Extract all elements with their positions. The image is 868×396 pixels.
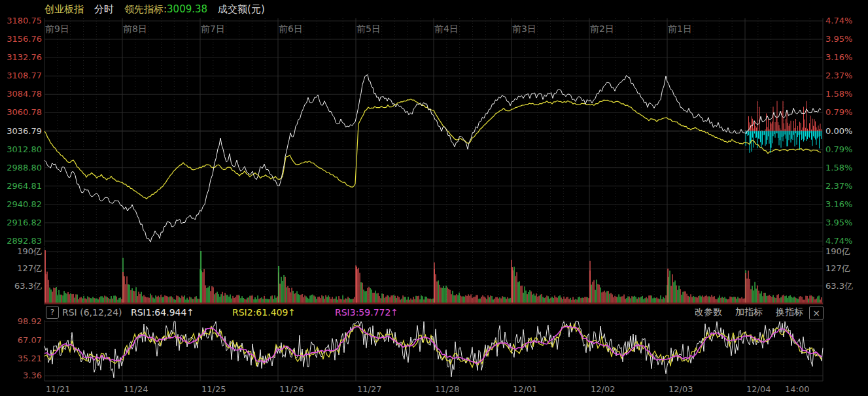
rsi-toolbar: 改参数加指标换指标 bbox=[695, 306, 803, 318]
time-label: 12/03 bbox=[668, 384, 693, 394]
time-label: 12/02 bbox=[591, 384, 615, 394]
rsi3-value: RSI3:59.772↑ bbox=[335, 306, 398, 318]
close-icon: × bbox=[812, 308, 820, 318]
time-label: 12/01 bbox=[513, 384, 537, 394]
axis-label: 3084.78 bbox=[0, 89, 42, 99]
rsi-canvas[interactable] bbox=[44, 320, 823, 381]
axis-label: 2916.82 bbox=[0, 218, 42, 228]
leading-indicator: 领先指标:3009.38 bbox=[124, 3, 207, 16]
time-label: 11/28 bbox=[435, 384, 459, 394]
axis-label: 3180.75 bbox=[0, 16, 42, 26]
time-label: 14:00 bbox=[785, 384, 809, 394]
leading-indicator-value: 3009.38 bbox=[167, 3, 207, 15]
leading-indicator-label: 领先指标: bbox=[124, 3, 167, 15]
time-label: 11/26 bbox=[279, 384, 304, 394]
time-label: 11/24 bbox=[124, 384, 148, 394]
title-bar: 创业板指 分时 领先指标:3009.38 成交额(元) bbox=[44, 3, 265, 16]
axis-label: 2892.83 bbox=[0, 236, 42, 246]
axis-label: 3012.80 bbox=[0, 144, 42, 155]
axis-label: 63.3亿 bbox=[825, 281, 853, 291]
axis-label: 0.79% bbox=[825, 107, 852, 118]
axis-label: 2940.82 bbox=[0, 199, 42, 210]
rsi1-value: RSI1:64.944↑ bbox=[131, 306, 194, 318]
axis-label: 190亿 bbox=[0, 246, 42, 257]
axis-label: 3156.76 bbox=[0, 34, 42, 44]
axis-label: 3.95% bbox=[825, 218, 852, 228]
main-chart-canvas[interactable] bbox=[44, 18, 823, 246]
axis-label: 63.3亿 bbox=[0, 281, 42, 291]
axis-label: 3.95% bbox=[825, 34, 852, 44]
axis-label: 4.74% bbox=[825, 236, 852, 246]
axis-label: 2.37% bbox=[825, 181, 852, 191]
axis-label: 3108.77 bbox=[0, 71, 42, 81]
axis-label: 4.74% bbox=[825, 16, 852, 26]
axis-label: 2988.80 bbox=[0, 163, 42, 173]
period-tab[interactable]: 分时 bbox=[94, 3, 114, 16]
axis-label: 0.79% bbox=[825, 144, 852, 155]
axis-label: 1.58% bbox=[825, 89, 852, 99]
time-label: 11/25 bbox=[201, 384, 226, 394]
axis-label: 3132.76 bbox=[0, 52, 42, 63]
volume-canvas[interactable] bbox=[44, 247, 823, 305]
symbol-name: 创业板指 bbox=[44, 3, 84, 16]
axis-label: 190亿 bbox=[825, 246, 850, 257]
axis-label: 35.21 bbox=[0, 354, 42, 364]
axis-label: 3.16% bbox=[825, 199, 852, 210]
axis-label: 127亿 bbox=[0, 263, 42, 274]
rsi-add-indicator-button[interactable]: 加指标 bbox=[735, 306, 763, 318]
axis-label: 1.58% bbox=[825, 163, 852, 173]
axis-label: 3.16% bbox=[825, 52, 852, 63]
rsi-help-button[interactable]: ? bbox=[46, 306, 59, 319]
turnover-label: 成交额(元) bbox=[218, 3, 265, 16]
rsi-param-button[interactable]: 改参数 bbox=[695, 306, 722, 318]
app-root: 创业板指 分时 领先指标:3009.38 成交额(元) 前9日前8日前7日前6日… bbox=[0, 0, 868, 396]
rsi-switch-indicator-button[interactable]: 换指标 bbox=[776, 306, 803, 318]
axis-label: 127亿 bbox=[825, 263, 850, 274]
help-icon: ? bbox=[50, 308, 54, 317]
rsi-close-button[interactable]: × bbox=[809, 306, 824, 320]
rsi2-value: RSI2:61.409↑ bbox=[232, 306, 296, 318]
axis-label: 3.36 bbox=[0, 371, 42, 381]
axis-label: 3036.79 bbox=[0, 126, 42, 137]
axis-label: 3060.78 bbox=[0, 107, 42, 118]
axis-label: 0.00% bbox=[825, 126, 852, 137]
time-label: 12/04 bbox=[746, 384, 771, 394]
axis-label: 98.92 bbox=[0, 316, 42, 327]
axis-label: 67.07 bbox=[0, 335, 42, 346]
axis-label: 2964.81 bbox=[0, 181, 42, 191]
time-label: 11/21 bbox=[46, 384, 70, 394]
axis-label: 2.37% bbox=[825, 71, 852, 81]
rsi-name: RSI (6,12,24) bbox=[62, 306, 122, 318]
time-label: 11/27 bbox=[357, 384, 381, 394]
